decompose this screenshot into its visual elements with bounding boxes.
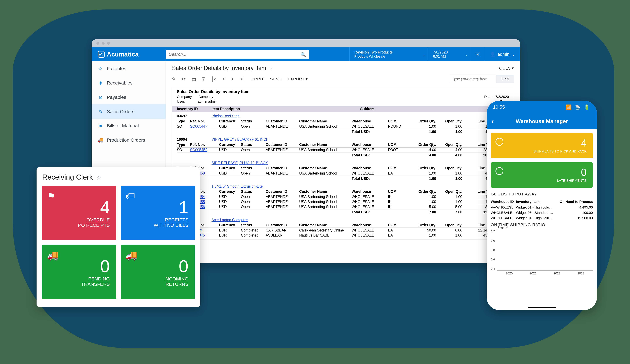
- mobile-kpi[interactable]: 0LATE SHIPMENTS: [491, 162, 593, 188]
- kpi-tile[interactable]: 🚚0INCOMING RETURNS: [121, 245, 195, 299]
- sidebar-label: Payables: [107, 95, 126, 100]
- phone-time: 10:55: [493, 104, 505, 110]
- tools-menu[interactable]: TOOLS ▾: [497, 66, 514, 71]
- export-button[interactable]: EXPORT ▾: [288, 77, 308, 81]
- help-button[interactable]: ?⃝: [471, 47, 485, 61]
- chevron-down-icon: ⌄: [512, 52, 515, 57]
- ref-link[interactable]: SO005447: [190, 124, 207, 128]
- goods-table: Warehouse ID Inventory Item On Hand to P…: [491, 199, 593, 221]
- back-icon[interactable]: ‹: [492, 117, 494, 125]
- report-group: 10004VINYL, GREY / BLACK @ 61 INCHTypeRe…: [172, 135, 514, 159]
- query-input[interactable]: [449, 75, 496, 83]
- home-indicator[interactable]: [528, 307, 556, 308]
- sidebar-item[interactable]: ✎Sales Orders: [92, 104, 166, 119]
- kpi-tile[interactable]: 🚚0PENDING TRANSFERS: [42, 245, 116, 299]
- truck-icon: 🚚: [126, 250, 137, 261]
- chevron-down-icon: ⌄: [465, 52, 468, 56]
- mobile-app: 10:55 📶 📡 🔋 ‹ Warehouse Manager 4SHIPMEN…: [487, 101, 597, 310]
- item-link[interactable]: 1.5"x1.5" Smooth Extrusion-Lite: [212, 184, 262, 188]
- edit-icon[interactable]: ✎: [172, 76, 176, 82]
- clock-icon: [496, 138, 503, 146]
- clock-icon: [496, 167, 503, 175]
- ref-link[interactable]: SO005452: [190, 148, 207, 152]
- chart-legend: Legend: [498, 226, 508, 229]
- kpi-label: LATE SHIPMENTS: [557, 179, 586, 183]
- find-button[interactable]: Find: [496, 75, 514, 83]
- table-row: VA-WHOLESLWidget 01 - High volu…4,495.00: [491, 205, 593, 210]
- search-input[interactable]: [166, 50, 309, 59]
- brand-icon: @: [98, 51, 104, 58]
- phone-statusbar: 10:55 📶 📡 🔋: [487, 101, 597, 113]
- report: Sales Order Details by Inventory Item Co…: [172, 87, 514, 240]
- topbar: @ Acumatica 🔍 Revision Two Products Prod…: [92, 47, 520, 61]
- table-row: SOSO005447USDOpenABARTENDEUSA Bartending…: [177, 124, 509, 129]
- truck-icon: 🚚: [47, 250, 59, 261]
- print-button[interactable]: PRINT: [251, 77, 264, 81]
- nav-prev-icon[interactable]: <: [222, 76, 225, 81]
- sidebar-label: Production Orders: [107, 137, 145, 143]
- kpi-tile[interactable]: 🏷1RECEIPTS WITH NO BILLS: [121, 186, 195, 240]
- table-row: O005045EURCompletedASBLBARNautilus Bar S…: [177, 233, 509, 238]
- favorite-star-icon[interactable]: ☆: [96, 174, 101, 181]
- shipping-ratio-chart: Legend 1.21.00.80.60.4 2020202120222023: [497, 230, 593, 271]
- sidebar-label: Receivables: [107, 80, 132, 86]
- report-group: 1Acer Laptop ComputerTypeRef. Nbr.Curren…: [172, 216, 514, 240]
- company-name: Revision Two Products: [354, 50, 424, 54]
- sidebar-item[interactable]: ⊖Payables: [92, 90, 166, 104]
- kpi-label: INCOMING RETURNS: [164, 276, 188, 287]
- mobile-kpi[interactable]: 4SHIPMENTS TO PICK AND PACK: [491, 133, 593, 158]
- phone-title: Warehouse Manager: [516, 118, 568, 124]
- user-icon: 👤: [490, 52, 495, 57]
- kpi-value: 0: [100, 258, 110, 275]
- sidebar-item[interactable]: ☆Favorites: [92, 61, 166, 76]
- refresh-icon[interactable]: ⟳: [182, 76, 186, 82]
- user-menu[interactable]: 👤 admin ⌄: [485, 47, 520, 61]
- favorite-star-icon[interactable]: ☆: [269, 66, 273, 71]
- status-icons: 📶 📡 🔋: [566, 104, 590, 110]
- window-dot[interactable]: [107, 42, 110, 45]
- nav-next-icon[interactable]: >: [231, 76, 234, 81]
- sidebar-icon: ⊖: [97, 94, 103, 100]
- window-dot[interactable]: [96, 42, 99, 45]
- goods-title: GOODS TO PUT AWAY: [491, 192, 593, 197]
- sidebar-icon: ⊕: [97, 80, 103, 86]
- brand-logo[interactable]: @ Acumatica: [92, 51, 166, 58]
- chevron-down-icon: ⌄: [423, 52, 426, 56]
- toolbar: ✎ ⟳ ▤ ⍰ ⎮< < > >⎮ PRINT SEND EXPORT ▾ Fi…: [172, 75, 514, 83]
- nav-first-icon[interactable]: ⎮<: [211, 76, 216, 82]
- company-selector[interactable]: Revision Two Products Products Wholesale…: [350, 47, 428, 61]
- item-link[interactable]: Phelps Beef Strip: [212, 114, 240, 118]
- item-link[interactable]: Acer Laptop Computer: [212, 218, 248, 222]
- table-row: SOSO005452USDOpenABARTENDEUSA Bartending…: [177, 147, 509, 152]
- kpi-value: 0: [581, 167, 586, 177]
- sidebar-item[interactable]: 🚚Production Orders: [92, 133, 166, 147]
- params-icon[interactable]: ⍰: [202, 76, 205, 81]
- item-link[interactable]: SIDE RELEASE, PLUG 1", BLACK: [212, 161, 268, 165]
- brand-text: Acumatica: [107, 51, 138, 58]
- dashboard-title: Receiving Clerk: [42, 173, 93, 181]
- table-row: O005454USDOpenABARTENDEUSA Bartending Sc…: [177, 194, 509, 199]
- send-button[interactable]: SEND: [270, 77, 281, 81]
- company-sub: Products Wholesale: [354, 54, 424, 58]
- table-row: O005456USDOpenABARTENDEUSA Bartending Sc…: [177, 204, 509, 209]
- table-row: O005458USDOpenABARTENDEUSA Bartending Sc…: [177, 171, 509, 176]
- table-row: 007209EURCompletedCARIBBEANCaribbean Sec…: [177, 228, 509, 233]
- report-band-header: Inventory ID Item Description Subitem: [172, 106, 514, 112]
- sidebar-item[interactable]: ⊕Receivables: [92, 76, 166, 90]
- kpi-tile[interactable]: ⚑4OVERDUE PO RECEIPTS: [42, 186, 116, 240]
- sidebar-item[interactable]: 🗎Bills of Material: [92, 119, 166, 133]
- item-link[interactable]: VINYL, GREY / BLACK @ 61 INCH: [212, 137, 269, 141]
- phone-header: ‹ Warehouse Manager: [487, 113, 597, 129]
- kpi-value: 1: [179, 199, 188, 216]
- date-selector[interactable]: 7/8/2023 8:01 AM ⌄: [428, 47, 471, 61]
- main-content: Sales Order Details by Inventory Item ☆ …: [166, 61, 520, 263]
- flag-icon: ⚑: [47, 191, 56, 202]
- kpi-label: SHIPMENTS TO PICK AND PACK: [534, 149, 586, 153]
- window-dot[interactable]: [102, 42, 104, 45]
- report-group: 03697Phelps Beef StripTypeRef. Nbr.Curre…: [172, 112, 514, 135]
- sidebar-label: Sales Orders: [107, 109, 134, 114]
- table-row: WHOLESALEWidget 03 - Standard …100.00: [491, 210, 593, 215]
- schedule-icon[interactable]: ▤: [192, 76, 196, 82]
- nav-last-icon[interactable]: >⎮: [240, 76, 245, 82]
- search-icon[interactable]: 🔍: [300, 52, 306, 57]
